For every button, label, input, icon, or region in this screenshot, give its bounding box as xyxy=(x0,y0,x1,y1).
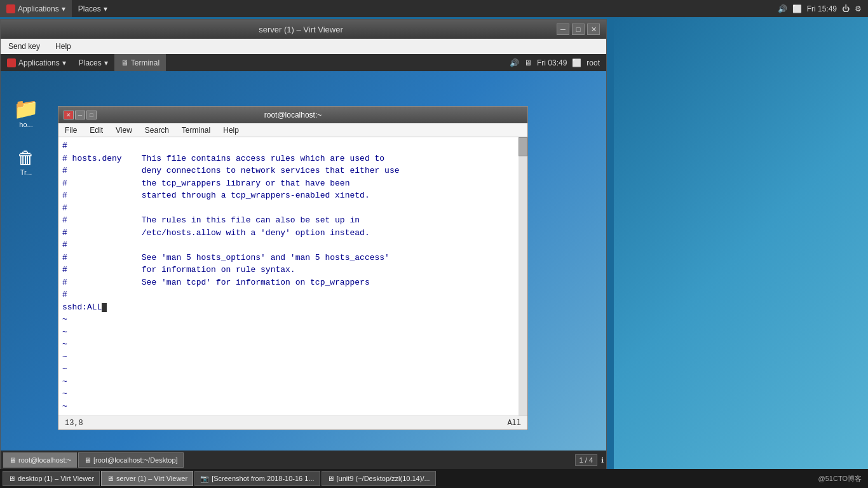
terminal-menu-edit[interactable]: Edit xyxy=(83,123,109,137)
virt-menu-help[interactable]: Help xyxy=(48,39,79,54)
terminal-content: # # hosts.deny This file contains access… xyxy=(62,140,524,416)
desktop-background xyxy=(614,17,868,488)
vm-applications-label: Applications xyxy=(18,58,60,67)
host-places-menu[interactable]: Places ▾ xyxy=(72,0,114,17)
vm-terminal-tab[interactable]: 🖥 Terminal xyxy=(114,54,166,71)
terminal-titlebar: ✕ ─ □ root@localhost:~ xyxy=(58,107,527,123)
terminal-window-controls: ✕ ─ □ xyxy=(64,111,97,119)
terminal-menu-search[interactable]: Search xyxy=(139,123,175,137)
virt-viewer-titlebar: server (1) – Virt Viewer ─ □ ✕ xyxy=(1,20,606,39)
vm-top-left: Applications ▾ Places ▾ 🖥 Terminal xyxy=(1,54,166,71)
vm-taskbar-terminal2[interactable]: 🖥 [root@localhost:~/Desktop] xyxy=(78,452,184,468)
host-applications-menu[interactable]: Applications ▾ xyxy=(0,0,72,17)
terminal-minimize-button[interactable]: ─ xyxy=(75,111,85,119)
terminal-scroll-pos: All xyxy=(507,419,521,428)
host-network-icon: 🔊 xyxy=(778,4,787,13)
virt-menu-help-label: Help xyxy=(55,42,71,51)
terminal-scrollbar[interactable] xyxy=(519,137,527,416)
terminal-cursor-pos: 13,8 xyxy=(65,419,83,428)
host-taskbar-unit9-icon: 🖥 xyxy=(327,475,334,482)
vm-taskbar-terminal2-icon: 🖥 xyxy=(84,456,91,464)
virt-viewer-window: server (1) – Virt Viewer ─ □ ✕ Send key … xyxy=(0,19,607,470)
host-taskbar-unit9-label: [unit9 (~/Desktop/zzl(10.14)/... xyxy=(337,475,430,482)
terminal-menu-help[interactable]: Help xyxy=(217,123,245,137)
virt-viewer-close-button[interactable]: ✕ xyxy=(587,24,600,35)
host-topbar-left: Applications ▾ Places ▾ xyxy=(0,0,114,17)
virt-menu-sendkey-label: Send key xyxy=(8,42,40,51)
terminal-menu-view[interactable]: View xyxy=(109,123,139,137)
vm-time: Fri 03:49 xyxy=(537,58,567,67)
vm-terminal-label: Terminal xyxy=(131,58,159,67)
terminal-close-button[interactable]: ✕ xyxy=(64,111,74,119)
vm-pager-info-icon: ℹ xyxy=(601,456,604,464)
host-taskbar-server-viewer-label: server (1) – Virt Viewer xyxy=(116,475,187,482)
vm-taskbar-terminal2-label: [root@localhost:~/Desktop] xyxy=(93,456,178,464)
vm-screen-icon: 🖥 xyxy=(524,58,532,67)
host-taskbar-server-viewer[interactable]: 🖥 server (1) – Virt Viewer xyxy=(101,471,193,486)
terminal-title: root@localhost:~ xyxy=(97,111,489,119)
vm-fedora-icon xyxy=(7,58,16,67)
vm-applications-chevron-icon: ▾ xyxy=(62,58,66,67)
vm-root-label: root xyxy=(587,58,600,67)
terminal-scrollbar-thumb[interactable] xyxy=(519,137,527,156)
terminal-body[interactable]: # # hosts.deny This file contains access… xyxy=(58,137,527,416)
terminal-menu-file[interactable]: File xyxy=(58,123,83,137)
virt-viewer-content: Applications ▾ Places ▾ 🖥 Terminal 🔊 🖥 xyxy=(1,54,606,470)
vm-top-panel: Applications ▾ Places ▾ 🖥 Terminal 🔊 🖥 xyxy=(1,54,606,71)
host-taskbar-desktop-viewer-icon: 🖥 xyxy=(8,475,15,482)
host-battery-icon: ⬜ xyxy=(792,4,802,13)
host-settings-icon: ⚙ xyxy=(855,4,862,13)
applications-chevron-icon: ▾ xyxy=(62,4,65,13)
virt-viewer-minimize-button[interactable]: ─ xyxy=(557,24,569,35)
vm-places-label: Places xyxy=(79,58,102,67)
host-taskbar-server-viewer-icon: 🖥 xyxy=(107,475,114,482)
terminal-menu-terminal[interactable]: Terminal xyxy=(175,123,217,137)
vm-trash-label: Tr... xyxy=(7,168,45,176)
virt-menu-sendkey[interactable]: Send key xyxy=(1,39,48,54)
vm-pager[interactable]: 1 / 4 xyxy=(575,454,597,466)
virt-viewer-menubar: Send key Help xyxy=(1,39,606,54)
host-topbar: Applications ▾ Places ▾ 🔊 ⬜ Fri 15:49 ⏻ … xyxy=(0,0,868,17)
vm-taskbar-terminal1[interactable]: 🖥 root@localhost:~ xyxy=(3,452,77,468)
vm-desktop: Applications ▾ Places ▾ 🖥 Terminal 🔊 🖥 xyxy=(1,54,606,470)
vm-bottom-bar: 🖥 root@localhost:~ 🖥 [root@localhost:~/D… xyxy=(1,451,606,470)
host-topbar-right: 🔊 ⬜ Fri 15:49 ⏻ ⚙ xyxy=(778,4,868,13)
virt-viewer-window-controls: ─ □ ✕ xyxy=(557,24,600,35)
host-places-label: Places xyxy=(78,4,101,13)
cursor xyxy=(102,303,107,312)
vm-taskbar-terminal1-label: root@localhost:~ xyxy=(18,456,71,464)
vm-folder-label: ho... xyxy=(19,121,32,128)
vm-user-icon: ⬜ xyxy=(572,58,581,67)
terminal-window: ✕ ─ □ root@localhost:~ File Edit View Se… xyxy=(58,106,528,430)
host-power-icon: ⏻ xyxy=(842,4,850,13)
host-taskbar-desktop-viewer-label: desktop (1) – Virt Viewer xyxy=(18,475,94,482)
trash-icon: 🗑 xyxy=(17,148,35,168)
vm-terminal-icon: 🖥 xyxy=(121,58,128,67)
vm-taskbar-terminal1-icon: 🖥 xyxy=(9,456,16,464)
host-taskbar-screenshot-icon: 📷 xyxy=(200,475,209,483)
host-taskbar-desktop-viewer[interactable]: 🖥 desktop (1) – Virt Viewer xyxy=(3,471,100,486)
virt-viewer-maximize-button[interactable]: □ xyxy=(572,24,585,35)
host-taskbar-screenshot[interactable]: 📷 [Screenshot from 2018-10-16 1... xyxy=(194,471,320,486)
folder-icon: 📁 xyxy=(7,97,45,121)
host-taskbar-unit9[interactable]: 🖥 [unit9 (~/Desktop/zzl(10.14)/... xyxy=(322,471,436,486)
vm-desktop-trash[interactable]: 🗑 Tr... xyxy=(7,147,45,176)
host-branding: @51CTO博客 xyxy=(818,475,862,482)
vm-taskbar-right: 1 / 4 ℹ xyxy=(575,454,604,466)
host-taskbar-screenshot-label: [Screenshot from 2018-10-16 1... xyxy=(212,475,314,482)
vm-applications-menu[interactable]: Applications ▾ xyxy=(1,54,72,71)
places-chevron-icon: ▾ xyxy=(104,4,107,13)
host-bottom-bar: 🖥 desktop (1) – Virt Viewer 🖥 server (1)… xyxy=(0,469,868,488)
terminal-statusbar: 13,8 All xyxy=(58,416,527,430)
fedora-icon xyxy=(6,4,15,13)
vm-desktop-folder[interactable]: 📁 ho... xyxy=(7,97,45,128)
host-applications-label: Applications xyxy=(18,4,59,13)
vm-speaker-icon: 🔊 xyxy=(510,58,519,67)
terminal-maximize-button[interactable]: □ xyxy=(86,111,97,119)
vm-desktop-bg: 📁 ho... 🗑 Tr... ✕ ─ □ xyxy=(1,71,606,451)
vm-places-chevron-icon: ▾ xyxy=(104,58,108,67)
virt-viewer-title: server (1) – Virt Viewer xyxy=(45,25,557,34)
vm-places-menu[interactable]: Places ▾ xyxy=(72,54,114,71)
vm-top-right: 🔊 🖥 Fri 03:49 ⬜ root xyxy=(510,58,606,67)
host-time: Fri 15:49 xyxy=(807,4,837,13)
